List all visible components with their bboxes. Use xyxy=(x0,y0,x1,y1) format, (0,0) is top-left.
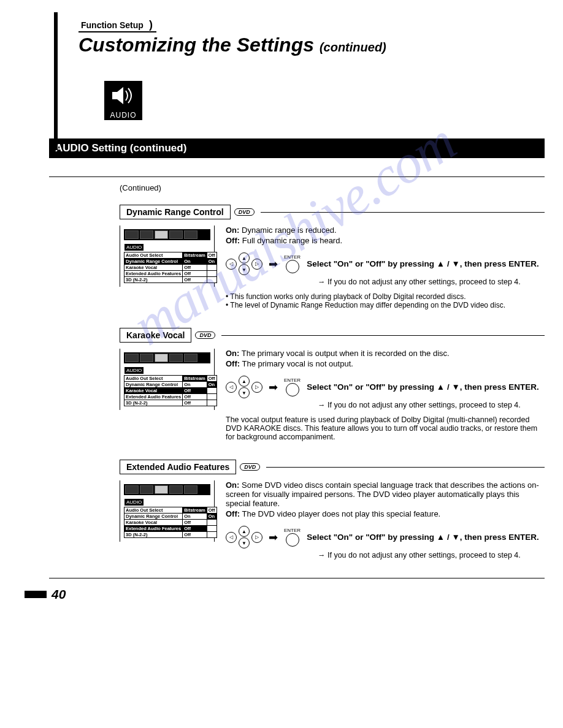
enter-button-group: ENTER xyxy=(284,528,301,547)
setting-title: Extended Audio Features xyxy=(120,460,236,474)
down-button-icon: ▼ xyxy=(239,387,250,398)
page-title: Customizing the Settings (continued) xyxy=(79,34,545,56)
right-button-icon: ▷ xyxy=(251,382,262,393)
menu-category: AUDIO xyxy=(124,498,144,506)
enter-button-icon xyxy=(286,260,299,273)
proceed-note: → If you do not adjust any other setting… xyxy=(226,401,545,409)
setting-karaoke-vocal: Karaoke Vocal DVD AUDIO Audio Out Select… xyxy=(120,328,545,441)
setting-title: Dynamic Range Control xyxy=(120,205,231,219)
menu-tab xyxy=(125,354,139,362)
divider xyxy=(49,176,545,177)
down-button-icon: ▼ xyxy=(239,264,250,275)
nav-buttons-icon: ◁ ▲ ▼ ▷ xyxy=(226,526,262,548)
setting-extended-audio: Extended Audio Features DVD AUDIO Audio … xyxy=(120,460,545,559)
enter-label: ENTER xyxy=(284,528,301,533)
description-column: On: Some DVD video discs contain special… xyxy=(226,480,545,559)
button-instruction-row: ◁ ▲ ▼ ▷ ➡ ENTER Select "On" or "Off" by … xyxy=(226,376,545,398)
menu-tab xyxy=(125,230,139,239)
enter-label: ENTER xyxy=(284,377,301,383)
menu-tab xyxy=(184,485,197,494)
audio-icon-label: AUDIO xyxy=(104,110,142,120)
right-button-icon: ▷ xyxy=(251,259,262,270)
enter-label: ENTER xyxy=(284,254,301,260)
proceed-note: → If you do not adjust any other setting… xyxy=(226,278,545,286)
speaker-icon xyxy=(104,81,142,110)
dvd-badge: DVD xyxy=(195,332,215,339)
off-description: Off: The DVD video player does not play … xyxy=(226,509,545,518)
setting-title: Karaoke Vocal xyxy=(120,328,191,343)
button-instruction-row: ◁ ▲ ▼ ▷ ➡ ENTER Select "On" or "Off" by … xyxy=(226,526,545,548)
arrow-right-icon: ➡ xyxy=(269,531,278,544)
right-button-icon: ▷ xyxy=(251,532,262,543)
enter-button-icon xyxy=(286,533,299,547)
svg-marker-0 xyxy=(112,87,123,104)
description-column: On: The primary vocal is output when it … xyxy=(226,349,545,441)
bottom-divider xyxy=(49,578,545,578)
title-continued: (continued) xyxy=(320,40,386,54)
menu-screenshot-ext: AUDIO Audio Out SelectBitstreamOff Dynam… xyxy=(120,480,215,542)
up-button-icon: ▲ xyxy=(239,252,250,264)
menu-tab xyxy=(169,485,183,494)
page-footer: 40 xyxy=(49,587,545,602)
paragraph-note: The vocal output feature is used during … xyxy=(226,415,545,441)
menu-screenshot-drc: AUDIO Audio Out SelectBitstreamOff Dynam… xyxy=(120,226,215,287)
instruction-text: Select "On" or "Off" by pressing ▲ / ▼, … xyxy=(307,382,539,392)
enter-button-group: ENTER xyxy=(284,254,301,273)
breadcrumb-bracket-icon: ) xyxy=(146,18,153,31)
on-description: On: The primary vocal is output when it … xyxy=(226,349,545,358)
bullet: This function works only during playback… xyxy=(226,292,545,301)
nav-buttons-icon: ◁ ▲ ▼ ▷ xyxy=(226,252,262,275)
menu-table: Audio Out SelectBitstreamOff Dynamic Ran… xyxy=(124,252,217,283)
menu-tab xyxy=(184,354,197,362)
dvd-badge: DVD xyxy=(234,208,255,216)
up-button-icon: ▲ xyxy=(239,376,250,387)
left-button-icon: ◁ xyxy=(226,532,237,543)
proceed-note: → If you do not adjust any other setting… xyxy=(226,551,545,559)
enter-button-group: ENTER xyxy=(284,377,301,396)
menu-tab-active xyxy=(155,354,168,362)
audio-icon-block: AUDIO xyxy=(104,81,142,120)
left-button-icon: ◁ xyxy=(226,382,237,393)
instruction-text: Select "On" or "Off" by pressing ▲ / ▼, … xyxy=(307,259,539,268)
button-instruction-row: ◁ ▲ ▼ ▷ ➡ ENTER Select "On" or "Off" by … xyxy=(226,252,545,275)
menu-table: Audio Out SelectBitstreamOff Dynamic Ran… xyxy=(124,507,217,538)
menu-category: AUDIO xyxy=(124,366,144,374)
left-margin-bar xyxy=(54,12,58,150)
menu-tabs xyxy=(124,229,210,240)
menu-tab xyxy=(184,230,197,239)
setting-header: Dynamic Range Control DVD xyxy=(120,205,545,219)
off-description: Off: The primary vocal is not output. xyxy=(226,359,545,368)
menu-tab xyxy=(140,230,153,239)
left-button-icon: ◁ xyxy=(226,259,237,270)
down-button-icon: ▼ xyxy=(239,537,250,548)
breadcrumb-label: Function Setup xyxy=(79,20,146,30)
breadcrumb: Function Setup ) xyxy=(79,18,156,32)
setting-header: Karaoke Vocal DVD xyxy=(120,328,545,343)
description-column: On: Dynamic range is reduced. Off: Full … xyxy=(226,226,545,309)
menu-tab-active xyxy=(155,230,168,239)
on-description: On: Dynamic range is reduced. xyxy=(226,226,545,235)
menu-table: Audio Out SelectBitstreamOff Dynamic Ran… xyxy=(124,375,217,406)
arrow-right-icon: ➡ xyxy=(269,381,278,394)
menu-tab xyxy=(169,230,183,239)
dvd-badge: DVD xyxy=(240,463,260,471)
menu-tabs xyxy=(124,484,210,495)
nav-buttons-icon: ◁ ▲ ▼ ▷ xyxy=(226,376,262,398)
setting-header: Extended Audio Features DVD xyxy=(120,460,545,474)
header-rule xyxy=(221,335,545,336)
section-heading-bar: AUDIO Setting (continued) xyxy=(49,138,545,158)
menu-category: AUDIO xyxy=(124,243,144,251)
menu-tab xyxy=(125,485,139,494)
bullet-notes: This function works only during playback… xyxy=(226,292,545,309)
bullet: The level of Dynamic Range Reduction may… xyxy=(226,301,545,309)
page-container: Function Setup ) Customizing the Setting… xyxy=(0,0,563,602)
setting-dynamic-range: Dynamic Range Control DVD AUDIO Audio Ou… xyxy=(120,205,545,309)
menu-tabs xyxy=(124,352,210,363)
off-description: Off: Full dynamic range is heard. xyxy=(226,236,545,245)
menu-tab-active xyxy=(155,485,168,494)
menu-screenshot-karaoke: AUDIO Audio Out SelectBitstreamOff Dynam… xyxy=(120,349,215,410)
menu-tab xyxy=(169,354,183,362)
enter-button-icon xyxy=(286,383,299,396)
page-number: 40 xyxy=(52,587,66,602)
continued-label: (Continued) xyxy=(120,183,545,192)
